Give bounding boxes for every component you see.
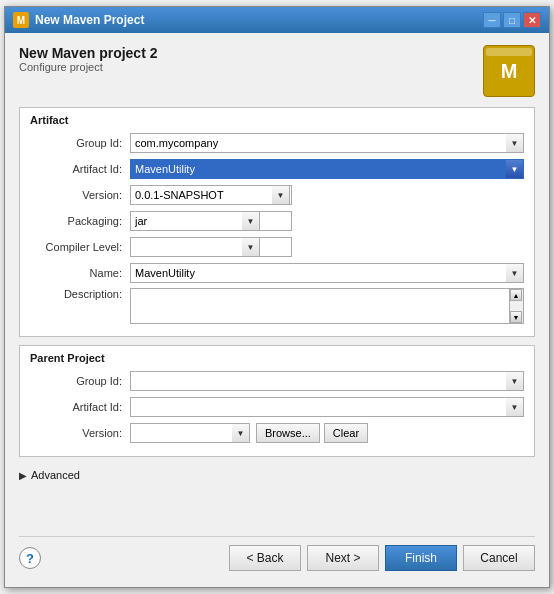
name-dropdown: ▼ bbox=[130, 263, 524, 283]
advanced-section[interactable]: ▶ Advanced bbox=[19, 465, 535, 485]
parent-artifact-id-arrow[interactable]: ▼ bbox=[506, 397, 524, 417]
description-scrollbar: ▲ ▼ bbox=[510, 288, 524, 324]
artifact-id-input[interactable] bbox=[130, 159, 524, 179]
parent-version-label: Version: bbox=[30, 427, 130, 439]
dialog-content: New Maven project 2 Configure project M … bbox=[5, 33, 549, 587]
compiler-level-arrow[interactable]: ▼ bbox=[242, 237, 260, 257]
version-dropdown: ▼ bbox=[130, 185, 290, 205]
artifact-id-arrow[interactable]: ▼ bbox=[506, 159, 524, 179]
cancel-button[interactable]: Cancel bbox=[463, 545, 535, 571]
parent-artifact-id-dropdown: ▼ bbox=[130, 397, 524, 417]
parent-section: Parent Project Group Id: ▼ Artifact Id: … bbox=[19, 345, 535, 457]
name-row: Name: ▼ bbox=[30, 262, 524, 284]
window-icon: M bbox=[13, 12, 29, 28]
maven-logo: M bbox=[483, 45, 535, 97]
version-arrow[interactable]: ▼ bbox=[272, 185, 290, 205]
parent-group-id-input[interactable] bbox=[130, 371, 524, 391]
advanced-label: Advanced bbox=[31, 469, 80, 481]
window-title: New Maven Project bbox=[35, 13, 144, 27]
parent-artifact-id-row: Artifact Id: ▼ bbox=[30, 396, 524, 418]
group-id-dropdown: ▼ bbox=[130, 133, 524, 153]
version-row: Version: ▼ bbox=[30, 184, 524, 206]
description-area: ▲ ▼ bbox=[130, 288, 524, 324]
back-button[interactable]: < Back bbox=[229, 545, 301, 571]
parent-group-id-row: Group Id: ▼ bbox=[30, 370, 524, 392]
version-input[interactable] bbox=[130, 185, 292, 205]
parent-version-arrow[interactable]: ▼ bbox=[232, 423, 250, 443]
help-button[interactable]: ? bbox=[19, 547, 41, 569]
header-text: New Maven project 2 Configure project bbox=[19, 45, 483, 73]
parent-group-id-arrow[interactable]: ▼ bbox=[506, 371, 524, 391]
clear-button[interactable]: Clear bbox=[324, 423, 368, 443]
title-bar-controls: ─ □ ✕ bbox=[483, 12, 541, 28]
packaging-label: Packaging: bbox=[30, 215, 130, 227]
main-window: M New Maven Project ─ □ ✕ New Maven proj… bbox=[4, 6, 550, 588]
version-label: Version: bbox=[30, 189, 130, 201]
scroll-down-button[interactable]: ▼ bbox=[510, 311, 522, 323]
artifact-id-dropdown: ▼ bbox=[130, 159, 524, 179]
title-bar: M New Maven Project ─ □ ✕ bbox=[5, 7, 549, 33]
parent-artifact-id-input[interactable] bbox=[130, 397, 524, 417]
page-header: New Maven project 2 Configure project M bbox=[19, 45, 535, 97]
parent-section-title: Parent Project bbox=[30, 352, 524, 364]
parent-group-id-dropdown: ▼ bbox=[130, 371, 524, 391]
parent-version-row: Version: ▼ Browse... Clear bbox=[30, 422, 524, 444]
group-id-input[interactable] bbox=[130, 133, 524, 153]
packaging-arrow[interactable]: ▼ bbox=[242, 211, 260, 231]
page-title: New Maven project 2 bbox=[19, 45, 483, 61]
group-id-label: Group Id: bbox=[30, 137, 130, 149]
next-button[interactable]: Next > bbox=[307, 545, 379, 571]
compiler-level-label: Compiler Level: bbox=[30, 241, 130, 253]
artifact-id-row: Artifact Id: ▼ bbox=[30, 158, 524, 180]
packaging-dropdown: ▼ bbox=[130, 211, 260, 231]
compiler-level-row: Compiler Level: ▼ bbox=[30, 236, 524, 258]
name-label: Name: bbox=[30, 267, 130, 279]
name-input[interactable] bbox=[130, 263, 524, 283]
minimize-button[interactable]: ─ bbox=[483, 12, 501, 28]
description-label: Description: bbox=[30, 288, 130, 300]
finish-button[interactable]: Finish bbox=[385, 545, 457, 571]
compiler-level-input[interactable] bbox=[130, 237, 292, 257]
scroll-up-button[interactable]: ▲ bbox=[510, 289, 522, 301]
name-arrow[interactable]: ▼ bbox=[506, 263, 524, 283]
parent-artifact-id-label: Artifact Id: bbox=[30, 401, 130, 413]
advanced-arrow-icon: ▶ bbox=[19, 470, 27, 481]
group-id-arrow[interactable]: ▼ bbox=[506, 133, 524, 153]
packaging-row: Packaging: ▼ bbox=[30, 210, 524, 232]
parent-group-id-label: Group Id: bbox=[30, 375, 130, 387]
parent-version-dropdown: ▼ bbox=[130, 423, 250, 443]
maximize-button[interactable]: □ bbox=[503, 12, 521, 28]
artifact-section-title: Artifact bbox=[30, 114, 524, 126]
artifact-id-label: Artifact Id: bbox=[30, 163, 130, 175]
description-input[interactable] bbox=[130, 288, 510, 324]
packaging-input[interactable] bbox=[130, 211, 292, 231]
page-subtitle: Configure project bbox=[19, 61, 483, 73]
button-bar: ? < Back Next > Finish Cancel bbox=[19, 536, 535, 575]
group-id-row: Group Id: ▼ bbox=[30, 132, 524, 154]
close-button[interactable]: ✕ bbox=[523, 12, 541, 28]
artifact-section: Artifact Group Id: ▼ Artifact Id: ▼ Ver bbox=[19, 107, 535, 337]
description-row: Description: ▲ ▼ bbox=[30, 288, 524, 324]
browse-button[interactable]: Browse... bbox=[256, 423, 320, 443]
compiler-level-dropdown: ▼ bbox=[130, 237, 260, 257]
